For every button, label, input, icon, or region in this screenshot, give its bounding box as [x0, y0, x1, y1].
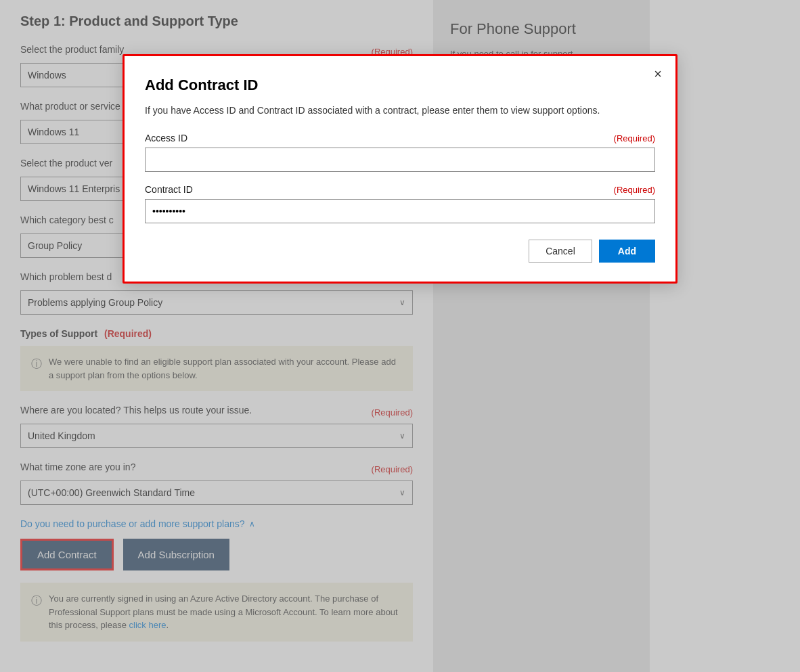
modal-description: If you have Access ID and Contract ID as… — [145, 104, 655, 118]
modal-dialog: × Add Contract ID If you have Access ID … — [123, 54, 677, 284]
access-id-required: (Required) — [614, 133, 655, 143]
access-id-label: Access ID — [145, 133, 187, 143]
access-id-input[interactable] — [145, 148, 655, 172]
modal-overlay: × Add Contract ID If you have Access ID … — [0, 0, 800, 672]
modal-actions: Cancel Add — [145, 240, 655, 263]
cancel-button[interactable]: Cancel — [529, 240, 592, 263]
contract-id-field-group: Contract ID (Required) — [145, 184, 655, 223]
access-id-field-group: Access ID (Required) — [145, 133, 655, 172]
modal-close-button[interactable]: × — [654, 67, 662, 81]
contract-id-input[interactable] — [145, 199, 655, 223]
add-button[interactable]: Add — [599, 240, 655, 263]
contract-id-label: Contract ID — [145, 184, 193, 195]
contract-id-required: (Required) — [614, 185, 655, 195]
modal-title: Add Contract ID — [145, 76, 655, 94]
